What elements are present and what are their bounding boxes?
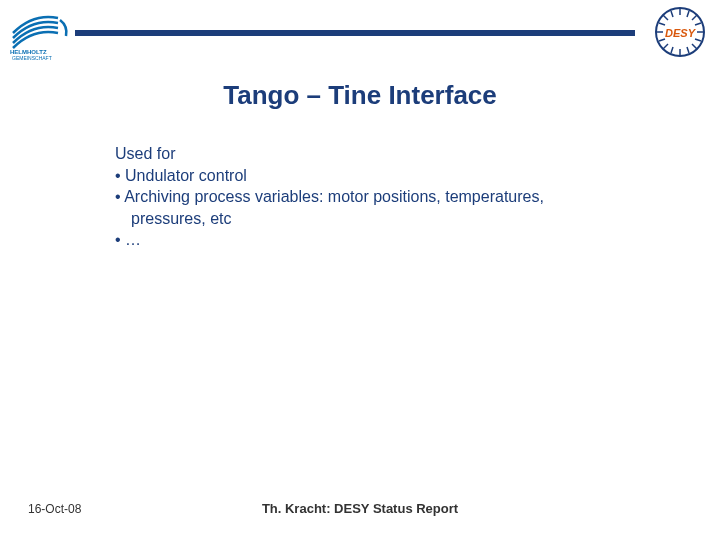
- helmholtz-logo: HELMHOLTZ GEMEINSCHAFT: [8, 8, 78, 63]
- header-divider: [75, 30, 635, 36]
- slide-title: Tango – Tine Interface: [0, 80, 720, 111]
- bullet-item: Archiving process variables: motor posit…: [115, 186, 620, 229]
- svg-text:GEMEINSCHAFT: GEMEINSCHAFT: [12, 55, 52, 61]
- footer-author-title: Th. Kracht: DESY Status Report: [0, 501, 720, 516]
- bullet-item: …: [115, 229, 620, 251]
- svg-text:DESY: DESY: [665, 27, 697, 39]
- bullet-item: Undulator control: [115, 165, 620, 187]
- desy-logo: DESY: [652, 4, 708, 60]
- content-heading: Used for: [115, 143, 620, 165]
- slide-content: Used for Undulator control Archiving pro…: [115, 143, 620, 251]
